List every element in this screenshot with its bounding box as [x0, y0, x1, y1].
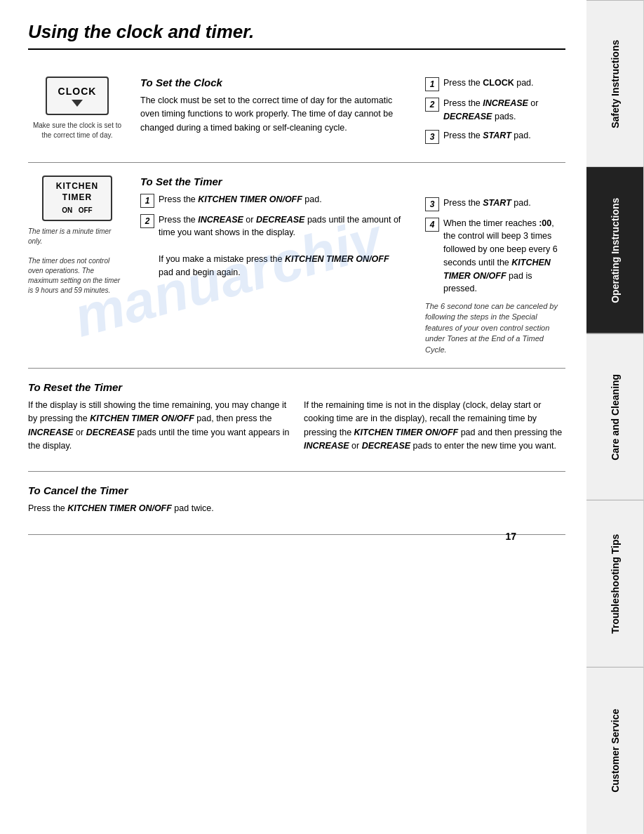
reset-timer-right-text: If the remaining time is not in the disp… [304, 399, 565, 454]
sidebar-tab-troubleshooting-label: Troubleshooting Tips [610, 534, 621, 634]
clock-image-area: CLOCK Make sure the clock is set to the … [28, 77, 126, 150]
set-timer-right: 3 Press the START pad. 4 When the timer … [425, 176, 565, 355]
set-clock-description: The clock must be set to the correct tim… [140, 94, 404, 135]
timer-step-2: 2 Press the INCREASE or DECREASE pads un… [140, 213, 404, 279]
timer-label: KITCHENTIMER [56, 181, 98, 203]
timer-image-area: KITCHENTIMER ON OFF The timer is a minut… [28, 176, 126, 355]
sidebar-tab-customer[interactable]: Customer Service [586, 667, 644, 834]
clock-step-3: 3 Press the START pad. [425, 129, 565, 144]
clock-step-1: 1 Press the CLOCK pad. [425, 77, 565, 91]
timer-step-2-num: 2 [140, 214, 154, 228]
sidebar-tab-customer-label: Customer Service [610, 709, 621, 793]
timer-graphic: KITCHENTIMER ON OFF [42, 176, 112, 221]
sidebar-tab-safety-label: Safety Instructions [610, 39, 621, 128]
timer-step-3: 3 Press the START pad. [425, 197, 565, 211]
timer-step-1-num: 1 [140, 194, 154, 208]
sidebar-tab-operating[interactable]: Operating Instructions [586, 167, 644, 333]
cancel-timer-body: Press the KITCHEN TIMER ON/OFF pad twice… [28, 502, 565, 515]
clock-step-2: 2 Press the INCREASE or DECREASE pads. [425, 97, 565, 124]
set-timer-body: To Set the Timer 1 Press the KITCHEN TIM… [140, 176, 411, 355]
clock-step-3-num: 3 [425, 130, 439, 144]
page-number: 17 [505, 531, 516, 542]
page-title: Using the clock and timer. [28, 21, 565, 43]
reset-timer-heading: To Reset the Timer [28, 381, 565, 393]
timer-step-3-text: Press the START pad. [443, 197, 531, 210]
sidebar-tab-care-label: Care and Cleaning [610, 374, 621, 461]
reset-timer-section: To Reset the Timer If the display is sti… [28, 369, 565, 472]
clock-step-2-text: Press the INCREASE or DECREASE pads. [443, 97, 565, 124]
cancel-timer-heading: To Cancel the Timer [28, 484, 565, 496]
sidebar-tab-safety[interactable]: Safety Instructions [586, 0, 644, 167]
timer-step-4-text: When the timer reaches :00, the control … [443, 217, 565, 296]
set-timer-heading: To Set the Timer [140, 176, 404, 187]
timer-step-4-num: 4 [425, 218, 439, 232]
set-timer-section: KITCHENTIMER ON OFF The timer is a minut… [28, 163, 565, 369]
timer-caption: The timer is a minute timer only. The ti… [28, 227, 126, 296]
set-clock-section: CLOCK Make sure the clock is set to the … [28, 64, 565, 163]
sidebar-tab-care[interactable]: Care and Cleaning [586, 333, 644, 501]
timer-on-off-label: ON OFF [62, 206, 92, 215]
sidebar-tab-troubleshooting[interactable]: Troubleshooting Tips [586, 500, 644, 667]
title-divider [28, 48, 565, 50]
sidebar: Safety Instructions Operating Instructio… [586, 0, 644, 834]
reset-timer-left-text: If the display is still showing the time… [28, 399, 290, 454]
reset-timer-left: If the display is still showing the time… [28, 399, 290, 459]
set-clock-heading: To Set the Clock [140, 77, 404, 88]
clock-step-1-num: 1 [425, 77, 439, 91]
timer-step-4: 4 When the timer reaches :00, the contro… [425, 217, 565, 296]
clock-graphic: CLOCK [46, 77, 109, 115]
clock-label: CLOCK [58, 86, 97, 97]
clock-step-1-text: Press the CLOCK pad. [443, 77, 534, 90]
cancel-timer-section: To Cancel the Timer Press the KITCHEN TI… [28, 472, 565, 534]
timer-step-1: 1 Press the KITCHEN TIMER ON/OFF pad. [140, 193, 404, 208]
clock-step-2-num: 2 [425, 98, 439, 112]
clock-step-3-text: Press the START pad. [443, 129, 531, 143]
timer-step-2-text: Press the INCREASE or DECREASE pads unti… [159, 213, 404, 279]
timer-step-1-text: Press the KITCHEN TIMER ON/OFF pad. [159, 193, 322, 206]
sidebar-tab-operating-label: Operating Instructions [610, 197, 621, 303]
reset-timer-content: If the display is still showing the time… [28, 399, 565, 459]
timer-step-3-num: 3 [425, 197, 439, 211]
reset-timer-right: If the remaining time is not in the disp… [304, 399, 565, 459]
set-clock-steps: 1 Press the CLOCK pad. 2 Press the INCRE… [425, 77, 565, 150]
clock-caption: Make sure the clock is set to the correc… [28, 121, 126, 140]
timer-note: The 6 second tone can be canceled by fol… [425, 301, 565, 355]
set-clock-body: To Set the Clock The clock must be set t… [140, 77, 411, 150]
clock-triangle-icon [72, 100, 83, 107]
